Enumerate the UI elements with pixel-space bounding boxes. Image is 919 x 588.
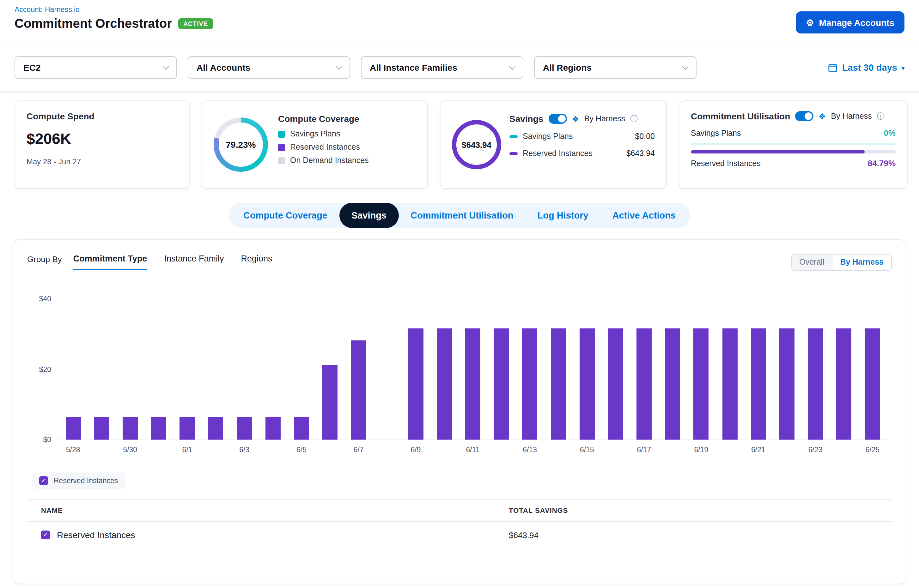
bar-6/17[interactable]	[637, 328, 652, 439]
info-icon[interactable]: ⓘ	[630, 115, 638, 123]
y-tick-label: $40	[27, 295, 51, 302]
by-harness-label: By Harness	[831, 112, 872, 121]
x-tick-6/3: 6/3	[239, 446, 250, 454]
savings-plans-utilisation-value: 0%	[883, 128, 896, 138]
regions-select[interactable]: All Regions	[534, 56, 697, 79]
tab-commitment-utilisation[interactable]: Commitment Utilisation	[399, 203, 525, 228]
bar-6/4[interactable]	[266, 417, 280, 439]
page-title: Commitment Orchestrator	[15, 16, 172, 31]
bar-plot	[59, 299, 887, 440]
bar-6/21[interactable]	[750, 328, 766, 439]
service-select[interactable]: EC2	[15, 56, 177, 79]
bar-6/12[interactable]	[494, 328, 509, 439]
legend-item: Savings Plans	[278, 129, 416, 138]
savings-title: Savings	[509, 114, 543, 124]
bar-6/13[interactable]	[522, 328, 538, 439]
accounts-select-value: All Accounts	[196, 63, 250, 73]
tab-savings[interactable]: Savings	[339, 203, 399, 228]
bar-5/28[interactable]	[65, 417, 81, 439]
reserved-instances-progress-track	[691, 150, 896, 153]
segment-overall[interactable]: Overall	[792, 255, 832, 270]
service-select-value: EC2	[23, 63, 41, 73]
x-tick-6/17: 6/17	[637, 446, 652, 454]
status-badge: ACTIVE	[178, 18, 213, 29]
bar-6/18[interactable]	[665, 328, 680, 439]
x-tick-6/13: 6/13	[523, 446, 537, 454]
savings-panel: Group By Commitment Type Instance Family…	[13, 239, 906, 584]
by-harness-toggle[interactable]	[795, 111, 814, 121]
bar-6/24[interactable]	[836, 328, 851, 439]
row-checkbox[interactable]: ✓	[41, 530, 50, 540]
date-range-picker[interactable]: Last 30 days ▾	[828, 63, 904, 73]
table-header-row: NAME TOTAL SAVINGS	[27, 499, 892, 522]
bar-6/16[interactable]	[608, 328, 623, 439]
savings-title-row: Savings ❖ By Harness ⓘ	[509, 114, 655, 124]
bar-6/6[interactable]	[323, 365, 337, 439]
bar-6/9[interactable]	[408, 328, 423, 439]
tab-active-actions[interactable]: Active Actions	[600, 203, 688, 228]
savings-plans-swatch	[509, 135, 518, 138]
compute-spend-value: $206K	[26, 130, 178, 148]
bar-5/30[interactable]	[123, 417, 138, 439]
commitment-utilisation-card: Commitment Utilisation ❖ By Harness ⓘ Sa…	[679, 100, 908, 189]
bar-6/15[interactable]	[579, 328, 595, 439]
savings-plans-label: Savings Plans	[691, 129, 741, 137]
y-tick-label: $20	[27, 366, 51, 373]
bar-6/3[interactable]	[237, 417, 252, 439]
segment-by-harness[interactable]: By Harness	[832, 255, 891, 270]
calendar-icon	[828, 63, 838, 72]
x-tick-6/19: 6/19	[694, 446, 708, 454]
x-tick-5/30: 5/30	[123, 446, 137, 454]
coverage-legend-block: Compute Coverage Savings Plans Reserved …	[278, 111, 416, 178]
bar-6/10[interactable]	[437, 328, 452, 439]
reserved-instances-swatch	[509, 152, 518, 155]
tab-compute-coverage[interactable]: Compute Coverage	[231, 203, 339, 228]
x-tick-6/5: 6/5	[297, 446, 306, 454]
savings-row-value: $643.94	[626, 149, 655, 158]
manage-accounts-button[interactable]: ⚙ Manage Accounts	[796, 11, 904, 34]
by-harness-toggle[interactable]	[548, 114, 567, 124]
title-row: Commitment Orchestrator ACTIVE	[15, 16, 213, 31]
x-tick-6/1: 6/1	[182, 446, 193, 454]
bar-6/20[interactable]	[722, 328, 737, 439]
x-axis-labels: 5/285/306/16/36/56/76/96/116/136/156/176…	[59, 446, 887, 457]
regions-select-value: All Regions	[543, 63, 592, 73]
group-tab-instance-family[interactable]: Instance Family	[164, 254, 224, 269]
savings-donut: $643.94	[452, 120, 501, 169]
bar-5/31[interactable]	[151, 417, 166, 439]
bar-6/11[interactable]	[465, 328, 480, 439]
bar-5/29[interactable]	[94, 417, 109, 439]
coverage-legend: Savings Plans Reserved Instances On Dema…	[278, 129, 416, 165]
savings-plans-progress-track	[691, 143, 896, 145]
account-breadcrumb-link[interactable]: Account: Harness.io	[15, 6, 213, 13]
bar-6/1[interactable]	[180, 417, 195, 439]
tab-log-history[interactable]: Log History	[525, 203, 600, 228]
filter-bar: EC2 All Accounts All Instance Families A…	[0, 44, 919, 92]
on-demand-swatch	[278, 157, 285, 164]
table-row[interactable]: ✓ Reserved Instances $643.94	[27, 522, 892, 548]
by-harness-label: By Harness	[584, 114, 625, 123]
savings-total: $643.94	[462, 140, 491, 149]
compute-spend-period: May 28 - Jun 27	[26, 157, 178, 166]
group-tab-commitment-type[interactable]: Commitment Type	[73, 254, 147, 270]
bar-6/14[interactable]	[551, 328, 566, 439]
bar-6/19[interactable]	[694, 328, 709, 439]
reserved-instances-progress-fill	[691, 150, 864, 153]
utilisation-row-label: Savings Plans 0%	[691, 128, 896, 138]
utilisation-row-label: Reserved Instances 84.79%	[691, 158, 896, 168]
bar-6/5[interactable]	[294, 417, 309, 439]
x-tick-6/11: 6/11	[466, 446, 480, 454]
accounts-select[interactable]: All Accounts	[188, 56, 350, 79]
reserved-instances-utilisation-value: 84.79%	[868, 158, 896, 168]
instance-families-select[interactable]: All Instance Families	[361, 56, 524, 79]
reserved-instances-label: Reserved Instances	[691, 159, 761, 168]
bar-6/7[interactable]	[351, 341, 366, 439]
reserved-instances-checkbox[interactable]: ✓	[39, 476, 48, 485]
group-tab-regions[interactable]: Regions	[241, 254, 272, 269]
bar-6/2[interactable]	[208, 417, 224, 439]
info-icon[interactable]: ⓘ	[877, 112, 885, 120]
bar-6/25[interactable]	[865, 328, 880, 439]
savings-table: NAME TOTAL SAVINGS ✓ Reserved Instances …	[27, 499, 892, 548]
bar-6/22[interactable]	[779, 328, 794, 439]
bar-6/23[interactable]	[808, 328, 823, 439]
